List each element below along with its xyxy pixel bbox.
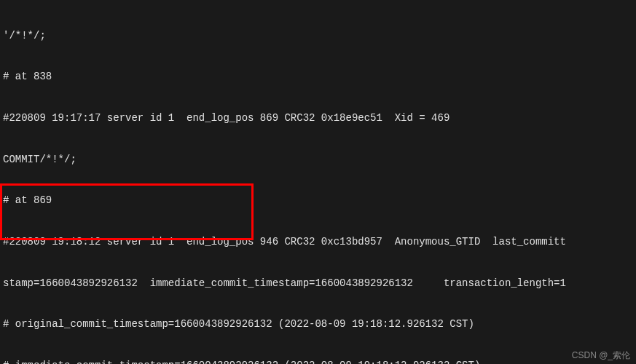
- log-line: '/*!*/;: [3, 29, 633, 43]
- log-line: #220809 19:17:17 server id 1 end_log_pos…: [3, 111, 633, 125]
- watermark-text: CSDN @_索伦: [572, 349, 630, 361]
- log-line: # at 838: [3, 70, 633, 84]
- log-line: COMMIT/*!*/;: [3, 153, 633, 167]
- log-line: stamp=1660043892926132 immediate_commit_…: [3, 277, 633, 290]
- log-line: #220809 19:18:12 server id 1 end_log_pos…: [3, 235, 633, 249]
- terminal-output[interactable]: '/*!*/; # at 838 #220809 19:17:17 server…: [0, 0, 636, 364]
- log-line: # immediate_commit_timestamp=16600438929…: [3, 359, 633, 364]
- log-line: # at 869: [3, 194, 633, 207]
- highlight-box: [0, 183, 254, 240]
- log-line: # original_commit_timestamp=166004389292…: [3, 317, 633, 331]
